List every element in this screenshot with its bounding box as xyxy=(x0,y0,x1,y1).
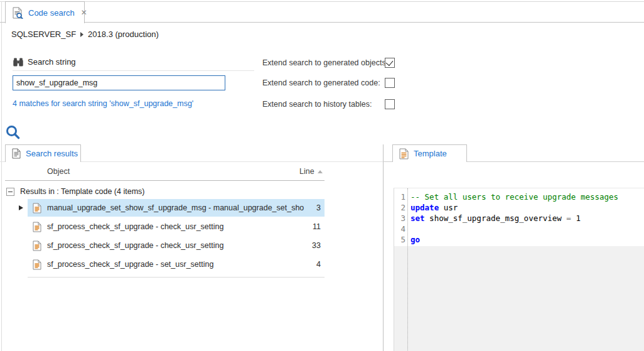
template-doc-icon xyxy=(33,203,41,216)
code-text: -- Set all users to receive upgrade mess… xyxy=(405,192,618,202)
option-generated-code: Extend search to generated code: xyxy=(262,77,407,88)
line-number: 3 xyxy=(394,213,405,224)
result-row[interactable]: sf_process_check_sf_upgrade - check_usr_… xyxy=(0,237,325,256)
search-string-header: Search string xyxy=(13,57,76,67)
binoculars-icon xyxy=(13,58,23,67)
result-row[interactable]: sf_process_check_sf_upgrade - check_usr_… xyxy=(0,218,325,237)
result-object-name: sf_process_check_sf_upgrade - check_usr_… xyxy=(47,241,223,250)
code-text: go xyxy=(405,234,420,245)
column-header-line[interactable]: Line xyxy=(299,167,323,176)
matches-link[interactable]: 4 matches for search string 'show_sf_upg… xyxy=(13,99,193,108)
results-group-row[interactable]: Results in : Template code (4 items) xyxy=(0,185,144,198)
code-line: 1 -- Set all users to receive upgrade me… xyxy=(394,192,644,202)
column-header-line-label: Line xyxy=(299,167,314,176)
result-row[interactable]: manual_upgrade_set_show_sf_upgrade_msg -… xyxy=(0,199,325,218)
line-number: 5 xyxy=(394,234,405,245)
sort-ascending-icon xyxy=(318,170,323,173)
column-header-object[interactable]: Object xyxy=(47,167,70,176)
tab-template-label: Template xyxy=(414,149,447,158)
result-line-number: 33 xyxy=(312,241,321,250)
results-end-divider xyxy=(28,277,325,278)
code-text xyxy=(405,224,411,234)
template-doc-icon xyxy=(399,148,409,159)
code-editor[interactable]: 1 -- Set all users to receive upgrade me… xyxy=(394,188,644,351)
code-text: set show_sf_upgrade_msg_overview = 1 xyxy=(405,213,581,224)
option-generated-objects-label: Extend search to generated objects: xyxy=(262,58,388,67)
result-row[interactable]: sf_process_check_sf_upgrade - set_usr_se… xyxy=(0,256,325,274)
result-line-number: 4 xyxy=(316,260,321,269)
code-text: update usr xyxy=(405,202,458,213)
editor-eof-area xyxy=(394,246,644,351)
code-line: 2 update usr xyxy=(394,202,644,213)
breadcrumb-version: 2018.3 (production) xyxy=(88,30,159,39)
table-header-divider xyxy=(5,180,325,181)
line-number: 2 xyxy=(394,202,405,213)
search-section-divider xyxy=(13,70,254,71)
expand-arrow-icon[interactable] xyxy=(19,205,23,210)
result-line-number: 3 xyxy=(316,203,321,212)
document-icon xyxy=(12,148,21,159)
result-object-name: sf_process_check_sf_upgrade - set_usr_se… xyxy=(47,260,213,269)
window-top-border xyxy=(0,1,644,2)
breadcrumb-server: SQLSERVER_SF xyxy=(11,30,76,39)
line-number: 1 xyxy=(394,192,405,202)
result-line-number: 11 xyxy=(313,222,321,231)
tab-template[interactable]: Template xyxy=(392,144,467,162)
breadcrumb-separator-icon xyxy=(80,32,83,37)
option-history-tables-label: Extend search to history tables: xyxy=(262,100,372,109)
template-doc-icon xyxy=(33,240,41,254)
code-line: 3 set show_sf_upgrade_msg_overview = 1 xyxy=(394,213,644,224)
template-doc-icon xyxy=(33,222,41,235)
generated-objects-checkbox[interactable] xyxy=(385,58,395,68)
tab-search-results[interactable]: Search results xyxy=(5,144,81,162)
generated-code-checkbox[interactable] xyxy=(385,78,395,88)
line-number: 4 xyxy=(394,224,405,234)
tab-code-search-label: Code search xyxy=(28,8,75,18)
close-icon[interactable]: ✕ xyxy=(81,9,87,16)
search-string-label: Search string xyxy=(28,57,76,67)
code-line: 5 go xyxy=(394,234,644,245)
results-group-label: Results in : Template code (4 items) xyxy=(20,187,144,196)
search-icon xyxy=(5,124,21,141)
template-doc-icon xyxy=(33,259,41,273)
code-search-window: Code search ✕ SQLSERVER_SF 2018.3 (produ… xyxy=(0,0,644,351)
code-lines: 1 -- Set all users to receive upgrade me… xyxy=(394,192,644,245)
run-search-button[interactable] xyxy=(5,124,21,141)
tab-row-divider xyxy=(0,22,644,23)
history-tables-checkbox[interactable] xyxy=(385,99,395,109)
result-object-name: manual_upgrade_set_show_sf_upgrade_msg -… xyxy=(47,203,304,212)
tab-search-results-label: Search results xyxy=(26,149,78,158)
option-generated-code-label: Extend search to generated code: xyxy=(262,78,380,87)
collapse-minus-icon[interactable] xyxy=(6,188,14,196)
tab-code-search[interactable]: Code search ✕ xyxy=(5,1,85,23)
search-string-input[interactable] xyxy=(13,75,225,90)
breadcrumb: SQLSERVER_SF 2018.3 (production) xyxy=(11,30,159,39)
panel-splitter[interactable] xyxy=(383,144,384,351)
code-line: 4 xyxy=(394,224,644,234)
result-object-name: sf_process_check_sf_upgrade - check_usr_… xyxy=(47,222,223,231)
code-search-doc-icon xyxy=(12,7,24,19)
option-history-tables: Extend search to history tables: xyxy=(262,99,407,109)
window-left-border xyxy=(1,1,2,351)
option-generated-objects: Extend search to generated objects: xyxy=(262,57,407,68)
